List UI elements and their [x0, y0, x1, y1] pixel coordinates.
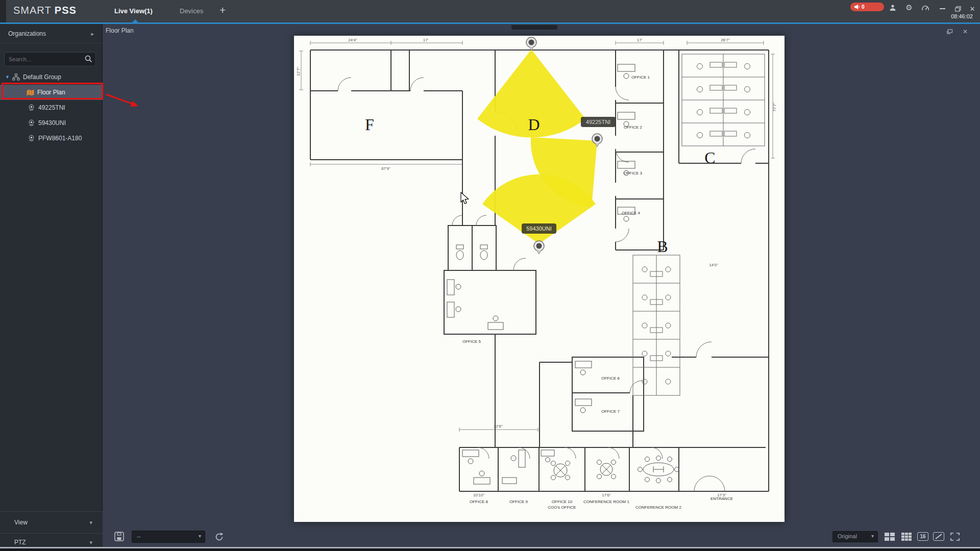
dashboard-gauge-icon[interactable] — [921, 3, 930, 12]
room-label: OFFICE 5 — [462, 339, 481, 344]
add-tab-button[interactable]: + — [219, 4, 226, 16]
svg-text:10'10": 10'10" — [473, 493, 484, 497]
annotation-highlight-box — [2, 83, 103, 99]
app-logo: SMART PSS — [13, 5, 77, 16]
svg-text:14'0": 14'0" — [709, 263, 718, 267]
sidebar-item-49225tni[interactable]: 49225TNI — [0, 100, 103, 115]
room-label: OFFICE 7 — [601, 409, 620, 414]
room-label: OFFICE 9 — [509, 499, 528, 504]
floor-plan-drawing: 24'4" 17' 12'7" 67'9" 22'6" 17'6" 10'10"… — [294, 36, 785, 522]
camera-label-59430uni: 59430UNI — [526, 226, 552, 232]
view-select-dropdown[interactable]: -- ▾ — [132, 531, 205, 543]
sitemap-icon — [12, 73, 20, 81]
toolbar-collapse-handle[interactable] — [511, 25, 557, 30]
svg-text:17': 17' — [637, 38, 643, 42]
chevron-down-icon: ▾ — [871, 533, 874, 539]
chevron-down-icon: ▾ — [89, 539, 92, 546]
area-label-b: B — [657, 237, 668, 256]
logo-smart: SMART — [13, 5, 51, 16]
view-select-value: -- — [137, 533, 140, 539]
user-icon[interactable] — [888, 3, 897, 12]
svg-text:22'6": 22'6" — [494, 424, 503, 429]
item-label: PFW8601-A180 — [38, 135, 82, 142]
organizations-label: Organizations — [8, 30, 46, 37]
svg-text:12'7": 12'7" — [296, 67, 301, 76]
scale-value: Original — [838, 533, 857, 539]
chevron-right-icon: ▸ — [91, 24, 94, 43]
restore-button[interactable] — [954, 5, 962, 12]
search-box — [4, 52, 96, 66]
area-label-c: C — [704, 148, 715, 167]
organizations-header[interactable]: Organizations ▸ — [0, 24, 102, 43]
close-button[interactable]: ✕ — [968, 5, 976, 12]
window-edge — [0, 0, 6, 22]
window-bottom-border — [0, 548, 980, 551]
room-label: COO's OFFICE — [548, 505, 576, 510]
view-label: View — [14, 519, 28, 526]
refresh-button[interactable] — [213, 531, 225, 543]
split-16-label: 16 — [917, 532, 928, 541]
main-area: Floor Plan ✕ — [103, 24, 980, 551]
fullscreen-button[interactable] — [949, 532, 961, 542]
view-panel-header[interactable]: View ▾ — [0, 511, 103, 533]
annotation-arrow — [103, 91, 146, 112]
room-label: OFFICE 6 — [601, 376, 620, 381]
group-label: Default Group — [23, 73, 61, 81]
search-input[interactable] — [9, 53, 80, 65]
ptz-label: PTZ — [14, 539, 26, 546]
room-label: CONFERENCE ROOM 2 — [635, 505, 681, 510]
room-label: OFFICE 2 — [624, 125, 643, 130]
logo-pss: PSS — [55, 5, 77, 16]
sidebar: Organizations ▸ ▼ Default Group — [0, 24, 103, 551]
svg-text:77'7": 77'7" — [772, 103, 777, 112]
item-label: 49225TNI — [38, 104, 65, 111]
alarm-count: 0 — [862, 4, 865, 10]
area-label-f: F — [365, 115, 374, 134]
chevron-down-icon[interactable]: ▼ — [5, 74, 12, 80]
split-16-button[interactable]: 16 — [917, 532, 928, 541]
item-label: 59430UNI — [38, 119, 66, 127]
minimize-button[interactable] — [938, 5, 946, 12]
svg-text:24'4": 24'4" — [348, 38, 357, 42]
panel-close-icon[interactable]: ✕ — [961, 28, 969, 35]
smartpss-window: SMART PSS Live View(1) Devices + 0 ⚙ ✕ 0… — [0, 0, 980, 551]
split-9-button[interactable] — [900, 532, 913, 542]
svg-text:17'6": 17'6" — [602, 493, 611, 497]
search-icon[interactable] — [85, 55, 92, 63]
area-label-d: D — [528, 115, 540, 134]
floorplan-panel-title: Floor Plan — [106, 27, 134, 34]
room-label: OFFICE 3 — [624, 171, 643, 176]
save-view-button[interactable] — [113, 531, 125, 542]
top-bar: SMART PSS Live View(1) Devices + 0 ⚙ ✕ 0… — [0, 0, 980, 22]
dome-camera-icon — [28, 119, 35, 127]
room-label: OFFICE 1 — [631, 75, 650, 80]
sidebar-item-pfw8601[interactable]: PFW8601-A180 — [0, 131, 103, 146]
room-label: ENTRANCE — [710, 496, 733, 501]
dome-camera-icon — [28, 104, 35, 111]
chevron-down-icon: ▾ — [89, 519, 92, 526]
split-4-button[interactable] — [884, 532, 896, 542]
floor-plan-canvas[interactable]: 24'4" 17' 12'7" 67'9" 22'6" 17'6" 10'10"… — [294, 36, 785, 522]
speaker-icon — [854, 4, 860, 10]
room-label: OFFICE 4 — [622, 211, 641, 215]
svg-text:67'9": 67'9" — [381, 166, 390, 171]
tab-live-view[interactable]: Live View(1) — [114, 7, 153, 15]
dome-camera-icon — [28, 135, 35, 142]
sidebar-item-59430uni[interactable]: 59430UNI — [0, 115, 103, 131]
active-tab-notch — [132, 19, 138, 22]
svg-text:26'7": 26'7" — [721, 38, 730, 42]
panel-restore-icon[interactable] — [946, 28, 954, 35]
gear-icon[interactable]: ⚙ — [904, 3, 914, 12]
clock: 08:46:02 — [934, 13, 973, 19]
svg-text:17': 17' — [423, 38, 429, 42]
room-label: OFFICE 10 — [552, 499, 573, 504]
room-label: CONFERENCE ROOM 1 — [583, 499, 629, 504]
tab-devices[interactable]: Devices — [180, 7, 203, 15]
chevron-down-icon: ▾ — [199, 533, 201, 539]
room-label: OFFICE 8 — [470, 499, 488, 504]
camera-label-49225tni: 49225TNI — [586, 119, 610, 125]
alarm-indicator[interactable]: 0 — [850, 3, 884, 11]
custom-split-button[interactable] — [933, 532, 944, 541]
scale-dropdown[interactable]: Original ▾ — [832, 531, 878, 542]
